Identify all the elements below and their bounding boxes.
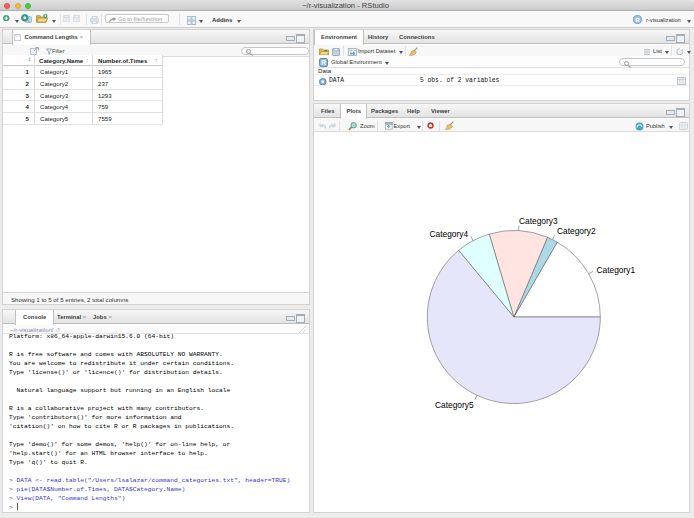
svg-text:Category5: Category5 (435, 400, 474, 410)
svg-text:Category1: Category1 (597, 265, 636, 275)
svg-text:Category4: Category4 (430, 229, 469, 239)
svg-text:Category2: Category2 (557, 226, 596, 236)
svg-text:R: R (321, 59, 326, 66)
svg-text:Category3: Category3 (519, 216, 558, 226)
